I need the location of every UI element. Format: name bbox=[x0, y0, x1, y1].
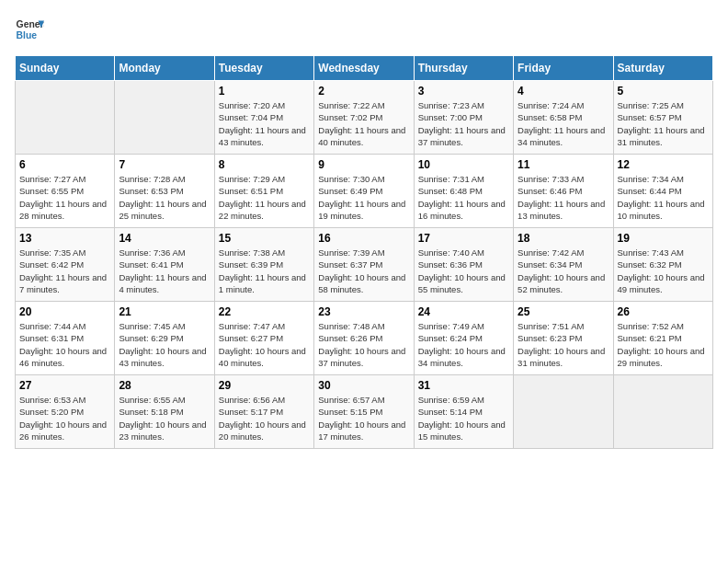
sunset: Sunset: 6:41 PM bbox=[119, 259, 183, 270]
sunrise: Sunrise: 7:22 AM bbox=[318, 100, 384, 110]
daylight: Daylight: 11 hours and 25 minutes. bbox=[119, 199, 206, 221]
sunrise: Sunrise: 7:43 AM bbox=[618, 247, 684, 258]
day-info: Sunrise: 7:35 AM Sunset: 6:42 PM Dayligh… bbox=[19, 247, 110, 295]
day-number: 16 bbox=[318, 232, 409, 245]
sunset: Sunset: 6:51 PM bbox=[219, 186, 283, 196]
weekday-header-monday: Monday bbox=[115, 56, 214, 81]
day-number: 5 bbox=[618, 85, 709, 98]
sunset: Sunset: 6:27 PM bbox=[219, 333, 283, 343]
page-header: General Blue bbox=[15, 15, 713, 44]
day-number: 29 bbox=[219, 379, 310, 392]
weekday-header-saturday: Saturday bbox=[613, 56, 712, 81]
sunset: Sunset: 5:17 PM bbox=[219, 407, 283, 417]
day-info: Sunrise: 6:55 AM Sunset: 5:18 PM Dayligh… bbox=[119, 394, 210, 442]
sunrise: Sunrise: 6:57 AM bbox=[318, 395, 384, 405]
calendar-cell: 17 Sunrise: 7:40 AM Sunset: 6:36 PM Dayl… bbox=[414, 228, 513, 302]
daylight: Daylight: 11 hours and 1 minute. bbox=[219, 272, 306, 294]
daylight: Daylight: 10 hours and 20 minutes. bbox=[219, 419, 306, 442]
daylight: Daylight: 11 hours and 37 minutes. bbox=[418, 125, 506, 147]
sunrise: Sunrise: 6:55 AM bbox=[119, 395, 185, 405]
sunset: Sunset: 6:31 PM bbox=[19, 333, 84, 343]
calendar-cell: 5 Sunrise: 7:25 AM Sunset: 6:57 PM Dayli… bbox=[613, 81, 712, 155]
daylight: Daylight: 10 hours and 23 minutes. bbox=[119, 419, 206, 442]
sunset: Sunset: 5:20 PM bbox=[19, 407, 84, 417]
calendar-cell: 11 Sunrise: 7:33 AM Sunset: 6:46 PM Dayl… bbox=[514, 155, 613, 228]
day-info: Sunrise: 7:36 AM Sunset: 6:41 PM Dayligh… bbox=[119, 247, 210, 295]
day-number: 7 bbox=[119, 158, 210, 171]
day-info: Sunrise: 7:52 AM Sunset: 6:21 PM Dayligh… bbox=[618, 320, 709, 369]
calendar-cell: 18 Sunrise: 7:42 AM Sunset: 6:34 PM Dayl… bbox=[514, 228, 613, 302]
calendar-cell: 15 Sunrise: 7:38 AM Sunset: 6:39 PM Dayl… bbox=[214, 228, 313, 302]
day-number: 18 bbox=[518, 232, 609, 245]
day-number: 21 bbox=[119, 305, 210, 318]
day-number: 10 bbox=[418, 158, 509, 171]
sunrise: Sunrise: 7:44 AM bbox=[19, 321, 85, 331]
sunrise: Sunrise: 7:30 AM bbox=[318, 174, 384, 184]
sunrise: Sunrise: 7:38 AM bbox=[219, 247, 285, 258]
sunrise: Sunrise: 6:53 AM bbox=[19, 395, 85, 405]
day-info: Sunrise: 7:23 AM Sunset: 7:00 PM Dayligh… bbox=[418, 99, 509, 148]
day-info: Sunrise: 7:29 AM Sunset: 6:51 PM Dayligh… bbox=[219, 173, 310, 222]
sunset: Sunset: 6:49 PM bbox=[318, 186, 382, 196]
sunrise: Sunrise: 7:20 AM bbox=[219, 100, 285, 110]
day-info: Sunrise: 6:53 AM Sunset: 5:20 PM Dayligh… bbox=[19, 394, 110, 442]
daylight: Daylight: 10 hours and 34 minutes. bbox=[418, 346, 506, 368]
calendar-cell: 19 Sunrise: 7:43 AM Sunset: 6:32 PM Dayl… bbox=[613, 228, 712, 302]
calendar-cell: 13 Sunrise: 7:35 AM Sunset: 6:42 PM Dayl… bbox=[16, 228, 115, 302]
sunset: Sunset: 5:15 PM bbox=[318, 407, 382, 417]
day-number: 31 bbox=[418, 379, 509, 392]
calendar-cell bbox=[613, 375, 712, 449]
day-info: Sunrise: 6:57 AM Sunset: 5:15 PM Dayligh… bbox=[318, 394, 409, 442]
sunset: Sunset: 7:00 PM bbox=[418, 112, 483, 122]
day-info: Sunrise: 7:38 AM Sunset: 6:39 PM Dayligh… bbox=[219, 247, 310, 295]
sunrise: Sunrise: 7:52 AM bbox=[618, 321, 684, 331]
sunset: Sunset: 7:02 PM bbox=[318, 112, 382, 122]
calendar-cell: 14 Sunrise: 7:36 AM Sunset: 6:41 PM Dayl… bbox=[115, 228, 214, 302]
day-number: 1 bbox=[219, 85, 310, 98]
calendar-cell: 10 Sunrise: 7:31 AM Sunset: 6:48 PM Dayl… bbox=[414, 155, 513, 228]
sunrise: Sunrise: 7:23 AM bbox=[418, 100, 484, 110]
day-info: Sunrise: 7:51 AM Sunset: 6:23 PM Dayligh… bbox=[518, 320, 609, 369]
day-info: Sunrise: 6:59 AM Sunset: 5:14 PM Dayligh… bbox=[418, 394, 509, 442]
day-number: 8 bbox=[219, 158, 310, 171]
sunset: Sunset: 6:26 PM bbox=[318, 333, 382, 343]
day-number: 17 bbox=[418, 232, 509, 245]
day-info: Sunrise: 7:22 AM Sunset: 7:02 PM Dayligh… bbox=[318, 99, 409, 148]
calendar-cell: 23 Sunrise: 7:48 AM Sunset: 6:26 PM Dayl… bbox=[314, 302, 414, 375]
day-number: 12 bbox=[618, 158, 709, 171]
calendar-cell: 4 Sunrise: 7:24 AM Sunset: 6:58 PM Dayli… bbox=[514, 81, 613, 155]
calendar-cell: 16 Sunrise: 7:39 AM Sunset: 6:37 PM Dayl… bbox=[314, 228, 414, 302]
sunrise: Sunrise: 7:24 AM bbox=[518, 100, 584, 110]
sunset: Sunset: 6:42 PM bbox=[19, 259, 84, 270]
sunrise: Sunrise: 7:39 AM bbox=[318, 247, 384, 258]
calendar-cell: 8 Sunrise: 7:29 AM Sunset: 6:51 PM Dayli… bbox=[214, 155, 313, 228]
day-info: Sunrise: 7:47 AM Sunset: 6:27 PM Dayligh… bbox=[219, 320, 310, 369]
sunrise: Sunrise: 7:25 AM bbox=[618, 100, 684, 110]
daylight: Daylight: 11 hours and 4 minutes. bbox=[119, 272, 206, 294]
sunrise: Sunrise: 7:28 AM bbox=[119, 174, 185, 184]
daylight: Daylight: 10 hours and 31 minutes. bbox=[518, 346, 605, 368]
day-info: Sunrise: 7:31 AM Sunset: 6:48 PM Dayligh… bbox=[418, 173, 509, 222]
calendar-cell: 28 Sunrise: 6:55 AM Sunset: 5:18 PM Dayl… bbox=[115, 375, 214, 449]
sunset: Sunset: 6:24 PM bbox=[418, 333, 483, 343]
day-number: 6 bbox=[19, 158, 110, 171]
day-number: 3 bbox=[418, 85, 509, 98]
sunrise: Sunrise: 7:27 AM bbox=[19, 174, 85, 184]
daylight: Daylight: 10 hours and 52 minutes. bbox=[518, 272, 605, 294]
day-number: 4 bbox=[518, 85, 609, 98]
calendar-cell bbox=[16, 81, 115, 155]
day-number: 24 bbox=[418, 305, 509, 318]
sunset: Sunset: 6:53 PM bbox=[119, 186, 183, 196]
daylight: Daylight: 10 hours and 15 minutes. bbox=[418, 419, 506, 442]
sunset: Sunset: 6:37 PM bbox=[318, 259, 382, 270]
weekday-header-sunday: Sunday bbox=[16, 56, 115, 81]
daylight: Daylight: 11 hours and 7 minutes. bbox=[19, 272, 107, 294]
calendar-cell: 2 Sunrise: 7:22 AM Sunset: 7:02 PM Dayli… bbox=[314, 81, 414, 155]
weekday-header-thursday: Thursday bbox=[414, 56, 513, 81]
day-number: 11 bbox=[518, 158, 609, 171]
calendar-cell: 20 Sunrise: 7:44 AM Sunset: 6:31 PM Dayl… bbox=[16, 302, 115, 375]
daylight: Daylight: 10 hours and 29 minutes. bbox=[618, 346, 705, 368]
day-info: Sunrise: 7:20 AM Sunset: 7:04 PM Dayligh… bbox=[219, 99, 310, 148]
day-number: 9 bbox=[318, 158, 409, 171]
calendar-cell: 3 Sunrise: 7:23 AM Sunset: 7:00 PM Dayli… bbox=[414, 81, 513, 155]
